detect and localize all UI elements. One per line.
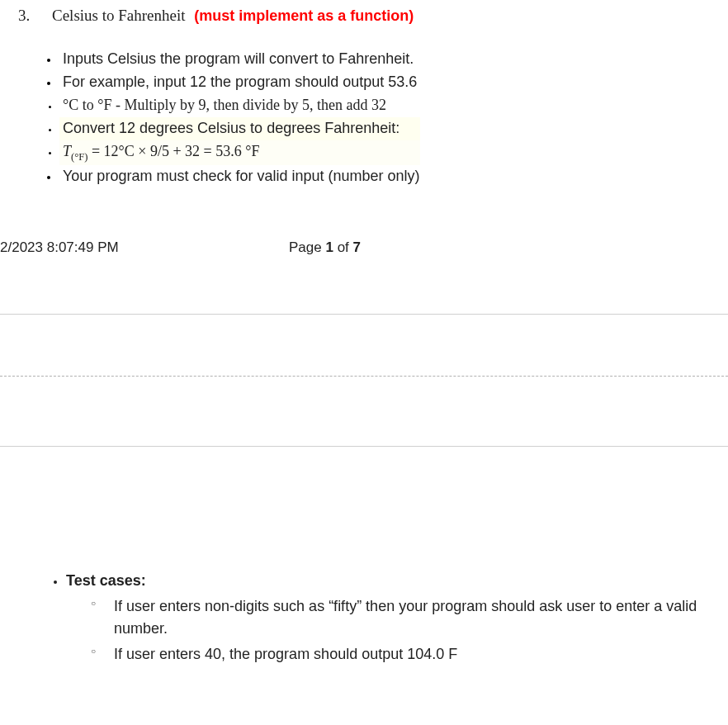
- formula-sub: (°F): [71, 150, 87, 162]
- req-item: For example, input 12 the program should…: [59, 71, 420, 94]
- problem-heading: 3. Celsius to Fahrenheit (must implement…: [18, 7, 414, 25]
- test-case-item: If user enters non-digits such as “fifty…: [91, 595, 718, 640]
- test-cases-label: Test cases:: [66, 572, 146, 589]
- requirements-list: Inputs Celsius the program will convert …: [26, 48, 420, 188]
- page-divider-bottom: [0, 446, 728, 447]
- problem-note: (must implement as a function): [194, 7, 414, 24]
- page-label-pre: Page: [289, 239, 325, 255]
- test-cases-section: Test cases: If user enters non-digits su…: [41, 570, 718, 669]
- page-divider-dashed: [0, 376, 728, 377]
- test-cases-header-item: Test cases: If user enters non-digits su…: [66, 570, 718, 666]
- problem-number: 3.: [18, 7, 30, 24]
- req-text: For example, input 12 the program should…: [63, 73, 417, 90]
- page-total: 7: [353, 239, 361, 255]
- test-case-text: If user enters 40, the program should ou…: [114, 646, 457, 662]
- footer-timestamp: 2/2023 8:07:49 PM: [0, 239, 119, 256]
- test-case-item: If user enters 40, the program should ou…: [91, 643, 718, 666]
- formula-rest: = 12°C × 9/5 + 32 = 53.6 °F: [87, 143, 259, 159]
- problem-title: Celsius to Fahrenheit: [52, 7, 185, 24]
- req-text: Your program must check for valid input …: [63, 168, 420, 184]
- document-page: 3. Celsius to Fahrenheit (must implement…: [0, 0, 728, 725]
- page-current: 1: [325, 239, 333, 255]
- req-item: Your program must check for valid input …: [59, 165, 420, 188]
- req-item: Inputs Celsius the program will convert …: [59, 48, 420, 71]
- req-item: °C to °F - Multiply by 9, then divide by…: [59, 94, 420, 117]
- req-text: Convert 12 degrees Celsius to degrees Fa…: [63, 120, 399, 136]
- formula-T: T: [63, 143, 71, 159]
- test-case-text: If user enters non-digits such as “fifty…: [114, 598, 697, 637]
- req-item: Convert 12 degrees Celsius to degrees Fa…: [59, 117, 420, 140]
- test-cases-list: If user enters non-digits such as “fifty…: [66, 595, 718, 666]
- req-item-formula: T(°F) = 12°C × 9/5 + 32 = 53.6 °F: [59, 140, 420, 165]
- page-label-mid: of: [333, 239, 353, 255]
- req-text: Inputs Celsius the program will convert …: [63, 50, 414, 67]
- footer-page-indicator: Page 1 of 7: [289, 239, 361, 256]
- req-text: °C to °F - Multiply by 9, then divide by…: [63, 97, 386, 113]
- page-divider-top: [0, 314, 728, 315]
